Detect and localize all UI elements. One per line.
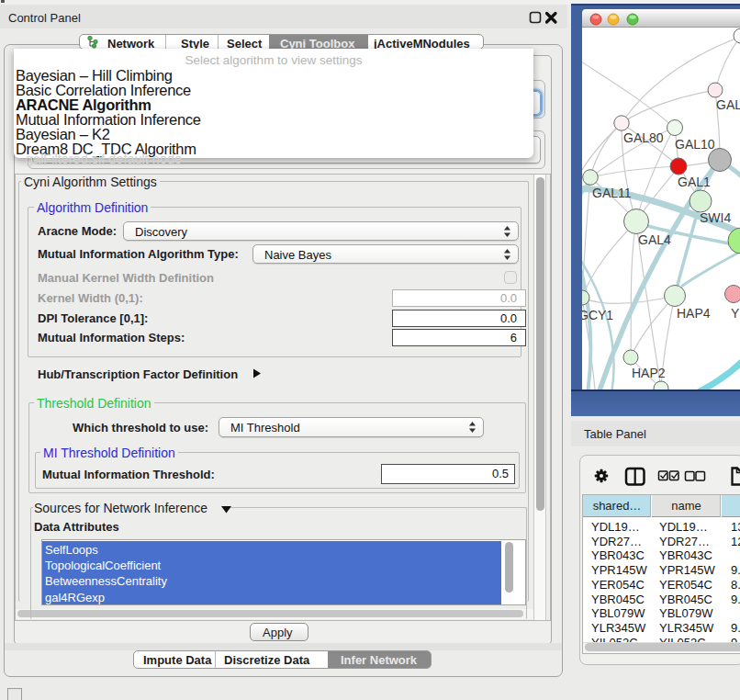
svg-text:Y: Y	[731, 306, 740, 321]
svg-text:GAL4: GAL4	[638, 232, 671, 247]
svg-text:GAL1: GAL1	[678, 175, 711, 189]
svg-text:GAL10: GAL10	[675, 137, 715, 152]
svg-text:SWI4: SWI4	[700, 210, 731, 225]
svg-text:GAL: GAL	[716, 97, 740, 112]
svg-text:GAL80: GAL80	[623, 130, 664, 145]
svg-text:HAP4: HAP4	[677, 306, 711, 321]
svg-text:GAL11: GAL11	[592, 186, 632, 200]
svg-text:GCY1: GCY1	[582, 308, 613, 322]
svg-text:HAP2: HAP2	[632, 366, 666, 380]
